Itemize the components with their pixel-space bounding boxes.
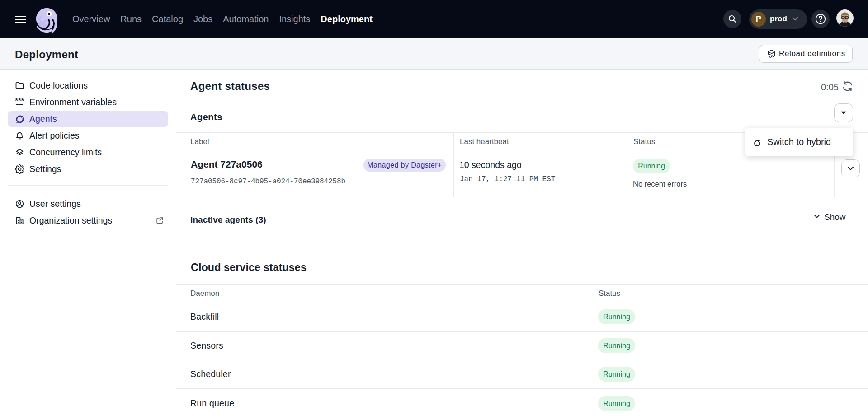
svg-text:***: *** xyxy=(15,98,24,105)
